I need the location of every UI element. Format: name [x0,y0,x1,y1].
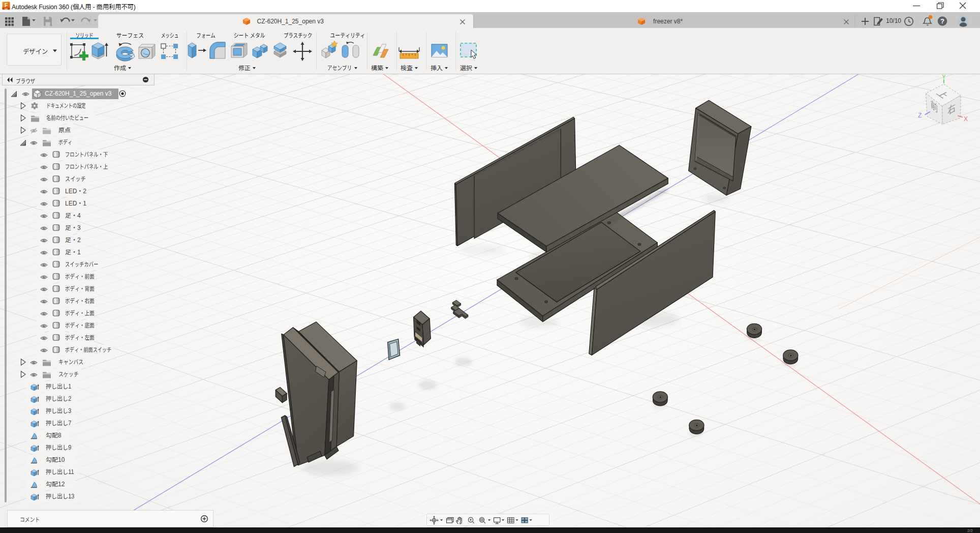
svg-text:X: X [964,115,968,123]
svg-text:360: 360 [5,8,8,10]
svg-text:Y: Y [942,74,945,80]
svg-text:?: ? [940,17,944,25]
svg-text:Z: Z [918,112,922,119]
svg-text:10/10: 10/10 [886,17,901,24]
